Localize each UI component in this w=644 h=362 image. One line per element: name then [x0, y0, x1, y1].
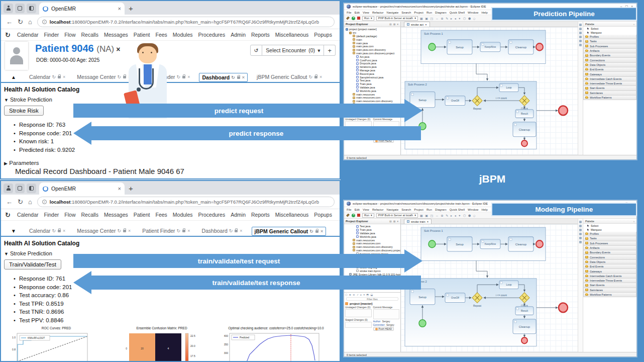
close-icon[interactable]: × — [63, 228, 65, 233]
close-icon[interactable]: × — [242, 75, 245, 80]
openemr-menu-item[interactable]: Messages — [104, 32, 128, 38]
home-icon[interactable]: ⌂ — [28, 198, 32, 206]
openemr-menu-item[interactable]: Patient — [134, 32, 150, 38]
refresh-icon[interactable]: ↻ — [309, 229, 313, 234]
close-icon[interactable]: × — [427, 220, 428, 223]
openemr-menu-item[interactable]: Recalls — [81, 32, 98, 38]
tree-item[interactable]: Record.java — [344, 72, 400, 75]
workspaces-icon[interactable] — [15, 4, 25, 13]
parameters-section[interactable]: ▶ Parameters — [4, 160, 340, 166]
openemr-menu-item[interactable]: Reports — [251, 212, 270, 218]
palette-category[interactable]: Gateways — [583, 72, 636, 76]
palette-category[interactable]: Boundary Events — [583, 53, 636, 58]
openemr-menu-item[interactable]: Miscellaneous — [275, 212, 309, 218]
menu-item[interactable]: Edit — [355, 11, 360, 14]
refresh-icon[interactable]: ↻ — [308, 74, 312, 79]
menu-item[interactable]: Run — [426, 11, 432, 14]
tree-item[interactable]: (default package) — [344, 35, 400, 38]
refresh-icon[interactable]: ↻ — [117, 228, 121, 233]
palette-category[interactable]: Sub Processes — [583, 241, 636, 246]
openemr-menu-item[interactable]: Reports — [251, 32, 270, 38]
home-icon[interactable]: ⌂ — [28, 18, 32, 26]
add-encounter-button[interactable]: + — [324, 45, 336, 56]
palette-tool[interactable]: Marquee — [583, 31, 636, 35]
openemr-menu-item[interactable]: Calendar — [17, 32, 39, 38]
tree-item[interactable]: Validate.java — [344, 86, 400, 89]
emr-tab[interactable]: Calendar ↻ × — [27, 226, 68, 235]
lock-icon[interactable] — [315, 230, 318, 233]
new-tab-button[interactable]: + — [129, 184, 133, 193]
palette-tool[interactable]: Marquee — [583, 228, 636, 232]
reload-icon[interactable]: ↻ — [18, 18, 23, 26]
tree-item[interactable]: main.resources — [344, 93, 400, 96]
menu-item[interactable]: Navigate — [387, 208, 399, 211]
editor-tab[interactable]: stroke act× — [404, 22, 430, 27]
menu-item[interactable]: Help — [481, 208, 487, 211]
wrench-icon[interactable] — [346, 17, 350, 20]
staged-list[interactable] — [345, 322, 372, 328]
close-icon[interactable]: × — [240, 228, 242, 233]
back-icon[interactable]: ← — [6, 18, 13, 26]
menu-item[interactable]: View — [363, 208, 369, 211]
browser-tab-openemr[interactable]: OpenEMR × — [39, 3, 125, 15]
canvas-side-toolbar[interactable] — [578, 219, 583, 352]
tree-item[interactable]: main.java.com — [344, 45, 400, 48]
push-head-button[interactable]: Push HEAD — [373, 327, 394, 331]
refresh-icon[interactable]: ↻ — [117, 74, 121, 79]
openemr-menu-item[interactable]: Fees — [155, 212, 167, 218]
tree-item[interactable]: Dropcols.java — [344, 62, 400, 65]
tree-item[interactable]: Manage.java — [344, 69, 400, 72]
tree-item[interactable]: Train.java — [344, 82, 400, 86]
reload-icon[interactable]: ↻ — [18, 198, 23, 206]
palette-tool[interactable]: Select — [583, 224, 636, 228]
select-encounter-button[interactable]: Select Encounter(0)▾ — [262, 45, 324, 56]
emr-tab[interactable]: jBPM Generic Callout ↻ × — [254, 72, 325, 81]
refresh-icon[interactable]: ↻ — [231, 75, 235, 80]
toolbar-icons[interactable]: ▦ ▣ ◳ ↔ ⊕ ✎ ▸ ◂ ✦ ⬡ ⬢ ◇ — [420, 214, 476, 217]
palette-header[interactable]: Palette› — [583, 22, 636, 27]
address-bar[interactable]: i localhost:18080/OpenEMR-7.0.2/interfac… — [37, 17, 335, 27]
wrench-icon[interactable] — [346, 214, 350, 217]
openemr-menu-item[interactable]: Miscellaneous — [275, 32, 309, 38]
openemr-menu-item[interactable]: Popups — [314, 32, 332, 38]
emr-tab[interactable]: Message Center ↻ × — [74, 72, 133, 81]
emr-tab[interactable]: Calendar ↻ × — [27, 72, 68, 81]
openemr-menu-item[interactable]: Admin — [231, 32, 246, 38]
emr-tab[interactable]: Patient Finder ↻ × — [140, 226, 192, 235]
explorer-toolbar-icons[interactable]: ⊟ ⊞ ▾ — [389, 220, 399, 223]
openemr-menu-item[interactable]: Admin — [231, 212, 246, 218]
tree-item[interactable]: project [project master] — [344, 28, 400, 31]
palette-category[interactable]: Tasks — [583, 39, 636, 44]
run-icon[interactable] — [352, 214, 355, 217]
patient-avatar[interactable] — [5, 42, 28, 70]
collapse-icon[interactable]: ▲ — [11, 74, 16, 80]
run-config-select[interactable]: Run▾ — [362, 213, 374, 218]
menu-item[interactable]: Window — [468, 208, 478, 211]
palette-category[interactable]: Intermediate Catch Events — [583, 274, 636, 279]
menu-item[interactable]: Search — [401, 11, 411, 14]
palette-category[interactable]: Sub Processes — [583, 44, 636, 49]
lock-icon[interactable] — [123, 76, 126, 78]
stop-icon[interactable] — [357, 214, 360, 217]
toolbar-icons[interactable]: ▦ ▣ ◳ ↔ ⊕ ✎ ▸ ◂ ✦ ⬡ ⬢ ◇ — [420, 17, 476, 20]
openemr-menu-item[interactable]: Flow — [64, 212, 75, 218]
openemr-menu-item[interactable]: Calendar — [17, 212, 39, 218]
palette-category[interactable]: Artifacts — [583, 246, 636, 250]
lock-icon[interactable] — [123, 230, 126, 232]
menu-item[interactable]: Quick Shell — [450, 208, 465, 211]
palette-category[interactable]: Connections — [583, 255, 636, 259]
emr-tab[interactable]: Message Center ↻ × — [74, 226, 133, 235]
close-icon[interactable]: × — [128, 228, 131, 233]
tab-overview-icon[interactable] — [27, 4, 36, 13]
tree-item[interactable]: SampleInstruct.java — [344, 75, 400, 79]
tree-item[interactable]: src — [344, 31, 400, 35]
palette-category[interactable]: Profiles — [583, 232, 636, 236]
openemr-menu-item[interactable]: Finder — [44, 212, 59, 218]
tree-item[interactable]: WorkInfo.java — [344, 235, 400, 238]
close-icon[interactable]: × — [425, 23, 426, 26]
committer-value[interactable]: Sergey — [386, 323, 394, 326]
menu-item[interactable]: Edit — [355, 208, 360, 211]
emr-tab[interactable]: Patient Finder ↻ × — [140, 72, 192, 81]
menu-item[interactable]: Project — [414, 11, 423, 14]
menu-item[interactable]: Quick Shell — [450, 11, 465, 14]
